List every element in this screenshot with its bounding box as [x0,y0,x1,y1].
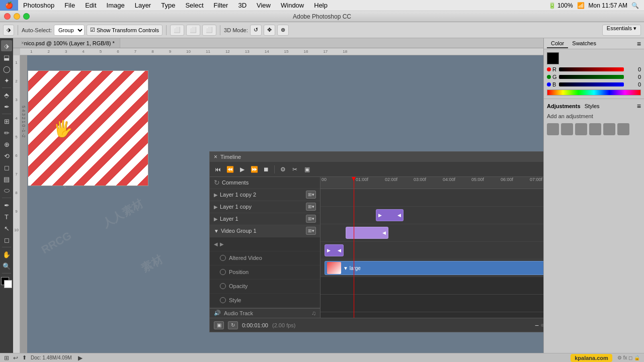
adjustments-tab[interactable]: Adjustments [547,103,581,109]
active-color-swatch[interactable] [547,52,559,64]
menu-file[interactable]: File [59,0,80,11]
align-center-btn[interactable]: ⬜ [186,25,200,36]
clip-layer-1[interactable]: ▶ ◀ [325,244,344,256]
timeline-close-icon[interactable]: × [214,153,217,160]
tools-toggle[interactable]: ⊞ [4,354,9,361]
move-tool-btn[interactable]: ⬗ [3,25,14,36]
split-clip-btn[interactable]: ✂ [290,164,300,174]
timeline-layer-1-copy[interactable]: ▶ Layer 1 copy ⊞▾ [210,201,320,213]
step-back-btn[interactable]: ⏪ [225,164,235,174]
clip-layer-1-copy-2[interactable]: ▶ ◀ [376,209,404,221]
tool-select-rect[interactable]: ⬓ [1,52,12,63]
layer-1-copy-options[interactable]: ⊞▾ [306,203,316,211]
essentials-btn[interactable]: Essentials ▾ [602,25,641,36]
menu-edit[interactable]: Edit [80,0,101,11]
tool-type[interactable]: T [1,211,12,222]
color-spectrum[interactable] [547,89,641,96]
menu-window[interactable]: Window [276,0,309,11]
clip-video-group[interactable]: ▼ large [325,261,543,275]
tool-shape[interactable]: ◻ [1,234,12,245]
timeline-layer-comments[interactable]: ↻ Comments [210,177,320,189]
menu-filter[interactable]: Filter [209,0,233,11]
timeline-layer-1[interactable]: ▶ Layer 1 ⊞▾ [210,213,320,225]
canvas-tab-nico[interactable]: × nico.psd @ 100% (Layer 1, RGB/8) * [13,38,120,48]
sub-layer-position[interactable]: Position [210,265,320,280]
menu-help[interactable]: Help [309,0,333,11]
menu-photoshop[interactable]: Photoshop [18,0,59,11]
sub-collapse-left[interactable]: ◀ [214,241,218,247]
settings-btn[interactable]: ⚙ [278,164,288,174]
zoom-out-icon[interactable]: − [535,321,539,329]
b-channel-slider[interactable] [559,82,624,86]
layer-1-copy-2-options[interactable]: ⊞▾ [306,191,316,199]
menu-image[interactable]: Image [102,0,130,11]
adj-icon-1[interactable] [547,123,559,135]
align-left-btn[interactable]: ⬜ [170,25,184,36]
timeline-frame-btn[interactable]: ▣ [214,321,224,329]
tool-brush[interactable]: ✏ [1,127,12,138]
tool-eraser[interactable]: ◻ [1,162,12,173]
adj-icon-5[interactable] [603,123,615,135]
3d-pan-btn[interactable]: ✥ [264,25,275,36]
tool-history[interactable]: ⟲ [1,150,12,161]
transition-btn[interactable]: ▣ [302,164,312,174]
menu-select[interactable]: Select [180,0,208,11]
tool-lasso[interactable]: ◯ [1,63,12,74]
menu-3d[interactable]: 3D [233,0,252,11]
align-right-btn[interactable]: ⬜ [202,25,216,36]
spotlight-icon[interactable]: 🔍 [631,2,639,9]
timeline-playhead[interactable] [354,177,354,189]
panel-menu-icon[interactable]: ≡ [637,40,641,48]
tool-zoom[interactable]: 🔍 [1,260,12,272]
adj-icon-6[interactable] [617,123,629,135]
tool-pen[interactable]: ✒ [1,200,12,211]
sub-layer-opacity[interactable]: Opacity [210,280,320,294]
3d-zoom-btn[interactable]: ⊕ [277,25,289,36]
3d-rotate-btn[interactable]: ↺ [250,25,262,36]
play-btn[interactable]: ▶ [237,164,247,174]
timeline-zoom-slider[interactable] [541,324,543,327]
tool-crop[interactable]: ⬘ [1,89,12,101]
g-channel-slider[interactable] [559,75,624,79]
adj-icon-4[interactable] [589,123,601,135]
tool-eyedropper[interactable]: ✒ [1,101,12,112]
sub-expand-right[interactable]: ▶ [220,241,224,247]
auto-select-dropdown[interactable]: Group Layer [54,25,85,36]
adj-menu-icon[interactable]: ≡ [637,102,641,110]
share-icon[interactable]: ⬆ [22,354,27,361]
timeline-video-group[interactable]: ▼ Video Group 1 ⊞▾ [210,225,320,237]
tool-dodge[interactable]: ⬭ [1,185,12,196]
swatches-tab[interactable]: Swatches [568,39,600,48]
play-status-btn[interactable]: ▶ [78,354,83,361]
step-forward-btn[interactable]: ⏩ [249,164,259,174]
tool-magic-wand[interactable]: ✦ [1,75,12,86]
styles-tab[interactable]: Styles [585,103,600,109]
minimize-button[interactable] [14,13,20,20]
sub-layer-altered-video[interactable]: Altered Video [210,251,320,265]
maximize-button[interactable] [23,13,30,20]
layer-1-options[interactable]: ⊞▾ [306,215,316,223]
menu-type[interactable]: Type [156,0,180,11]
history-btn[interactable]: ↩ [13,354,18,361]
tool-patch[interactable]: ⊞ [1,116,12,127]
audio-track[interactable]: 🔊 Audio Track ♫ [210,308,320,318]
menu-view[interactable]: View [252,0,276,11]
sub-layer-style[interactable]: Style [210,294,320,308]
tool-colors[interactable] [1,277,12,288]
video-group-options[interactable]: ⊞▾ [306,227,316,235]
timeline-loop-btn[interactable]: ↻ [228,321,238,329]
adj-icon-3[interactable] [575,123,587,135]
color-tab[interactable]: Color [547,39,568,48]
stop-btn[interactable]: ⏹ [261,164,271,174]
clip-layer-1-copy[interactable]: ◀ [346,227,388,239]
r-channel-slider[interactable] [559,67,624,71]
tool-clone[interactable]: ⊕ [1,139,12,150]
tool-path-select[interactable]: ↖ [1,223,12,234]
menu-layer[interactable]: Layer [130,0,156,11]
adj-icon-2[interactable] [561,123,573,135]
tool-hand[interactable]: ✋ [1,249,12,260]
tool-gradient[interactable]: ▤ [1,173,12,185]
timeline-layer-1-copy-2[interactable]: ▶ Layer 1 copy 2 ⊞▾ [210,189,320,201]
show-transform-btn[interactable]: ☑ Show Transform Controls [87,25,163,36]
close-button[interactable] [4,13,11,20]
